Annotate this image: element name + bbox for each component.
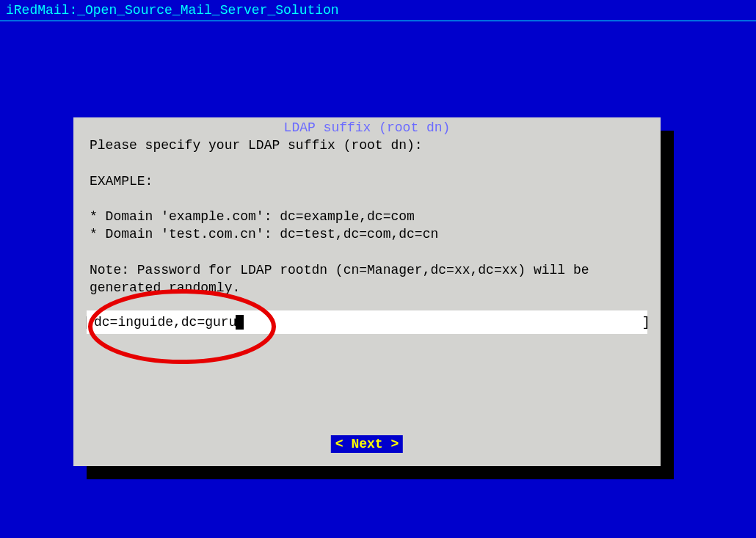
next-button[interactable]: < Next > [331,435,403,453]
example-line-2: * Domain 'test.com.cn': dc=test,dc=com,d… [90,227,438,241]
window-title: iRedMail:_Open_Source_Mail_Server_Soluti… [0,0,756,21]
dialog-body: Please specify your LDAP suffix (root dn… [73,135,661,305]
text-cursor-icon [236,315,244,330]
example-line-1: * Domain 'example.com': dc=example,dc=co… [90,209,415,224]
dialog-title: LDAP suffix (root dn) [73,117,661,135]
input-value: dc=inguide,dc=guru [94,315,236,330]
input-wrapper: [ dc=inguide,dc=guru ] [87,310,647,334]
example-label: EXAMPLE: [90,174,153,189]
ldap-suffix-dialog: LDAP suffix (root dn) Please specify you… [73,117,661,466]
prompt-text: Please specify your LDAP suffix (root dn… [90,138,423,153]
ldap-suffix-input[interactable]: dc=inguide,dc=guru [87,310,647,334]
note-text: Note: Password for LDAP rootdn (cn=Manag… [90,263,589,295]
